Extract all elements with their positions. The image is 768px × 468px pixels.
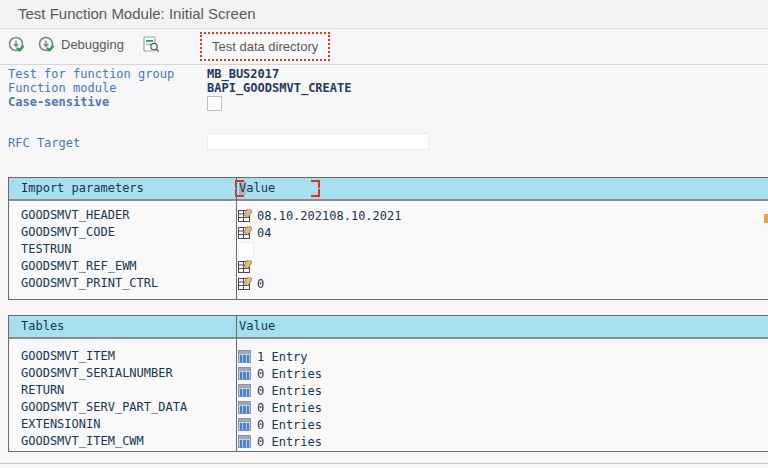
table-value-cell[interactable]: 0 Entries <box>238 399 322 416</box>
table-icon <box>238 418 252 431</box>
function-group-value: MB_BUS2017 <box>207 67 279 81</box>
test-data-directory-icon-button[interactable] <box>142 36 160 53</box>
table-value-cell[interactable]: 0 Entries <box>238 416 322 433</box>
import-parameters-header: Import parameters Value <box>9 178 768 201</box>
bottom-separator <box>0 463 768 464</box>
structure-icon <box>238 226 252 239</box>
title-bar: Test Function Module: Initial Screen <box>0 0 768 29</box>
table-icon <box>238 367 252 380</box>
table-row: GOODSMVT_SERV_PART_DATA 0 Entries <box>9 399 768 416</box>
case-sensitive-checkbox[interactable] <box>207 96 222 111</box>
table-row: EXTENSIONIN 0 Entries <box>9 416 768 433</box>
table-value-cell[interactable]: 0 Entries <box>238 433 322 450</box>
rfc-target-input[interactable] <box>207 133 429 150</box>
parameter-value-cell[interactable]: 04 <box>238 224 271 241</box>
tables-table: Tables Value GOODSMVT_ITEM 1 Entry GOODS… <box>8 315 768 452</box>
import-parameters-table: Import parameters Value GOODSMVT_HEADER … <box>8 177 768 300</box>
page-title: Test Function Module: Initial Screen <box>18 0 256 28</box>
structure-icon <box>238 277 252 290</box>
value-input-box[interactable] <box>238 242 254 258</box>
parameter-value-cell[interactable]: 08.10.202108.10.2021 <box>238 207 402 224</box>
table-icon <box>238 384 252 397</box>
value-header-rest: alue <box>246 181 275 195</box>
structure-icon <box>238 260 252 273</box>
edge-indicator <box>764 214 768 223</box>
table-row: GOODSMVT_PRINT_CTRL 0 <box>9 275 768 292</box>
application-toolbar: Debugging Test data directory <box>0 29 768 65</box>
import-value-header-label[interactable]: Value <box>239 178 275 199</box>
table-icon <box>238 435 252 448</box>
table-row: TESTRUN <box>9 241 768 258</box>
parameter-value-cell[interactable]: 0 <box>238 275 264 292</box>
structure-icon <box>238 209 252 222</box>
table-row: GOODSMVT_ITEM_CWM 0 Entries <box>9 433 768 450</box>
table-row: RETURN 0 Entries <box>9 382 768 399</box>
rfc-target-label: RFC Target <box>8 136 80 150</box>
table-row: GOODSMVT_CODE 04 <box>9 224 768 241</box>
table-row: GOODSMVT_HEADER 08.10.202108.10.2021 <box>9 207 768 224</box>
function-module-value: BAPI_GOODSMVT_CREATE <box>207 81 352 95</box>
execute-icon <box>8 36 25 53</box>
import-parameters-header-label: Import parameters <box>21 178 144 199</box>
debugging-label: Debugging <box>61 37 124 52</box>
tables-header: Tables Value <box>9 316 768 339</box>
table-row: GOODSMVT_SERIALNUMBER 0 Entries <box>9 365 768 382</box>
tables-value-header-label: Value <box>239 316 275 337</box>
table-row: GOODSMVT_ITEM 1 Entry <box>9 348 768 365</box>
table-value-cell[interactable]: 1 Entry <box>238 348 308 365</box>
table-value-cell[interactable]: 0 Entries <box>238 365 322 382</box>
debugging-button[interactable]: Debugging <box>38 36 124 53</box>
parameter-value-cell[interactable] <box>238 241 259 258</box>
parameter-value-cell[interactable] <box>238 258 257 275</box>
tables-header-label: Tables <box>21 316 64 337</box>
execute-debug-icon <box>38 36 55 53</box>
document-search-icon <box>142 36 160 53</box>
table-icon <box>238 401 252 414</box>
table-value-cell[interactable]: 0 Entries <box>238 382 322 399</box>
test-data-directory-label: Test data directory <box>212 39 318 54</box>
function-group-label: Test for function group <box>8 67 174 81</box>
test-data-directory-button[interactable]: Test data directory <box>200 32 330 61</box>
function-module-label: Function module <box>8 81 116 95</box>
execute-button[interactable] <box>8 36 25 53</box>
table-row: GOODSMVT_REF_EWM <box>9 258 768 275</box>
case-sensitive-label: Case-sensitive <box>8 95 109 109</box>
table-icon <box>238 350 252 363</box>
